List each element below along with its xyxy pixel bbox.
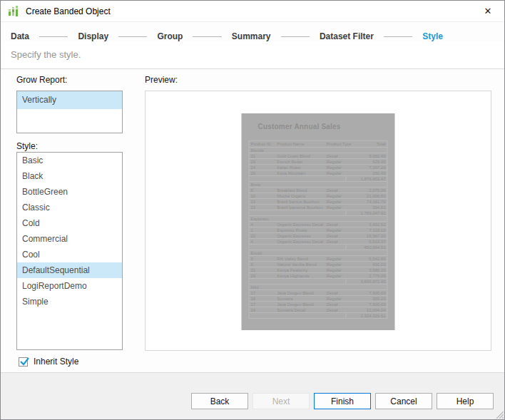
step-connector xyxy=(384,36,412,37)
wizard-step-dataset-filter[interactable]: Dataset Filter xyxy=(320,31,374,41)
preview-cell: 2,075.06 xyxy=(362,188,387,193)
preview-cell: Sumatra Decaf xyxy=(275,307,325,312)
preview-data-row: 17Java Oregon BlendDecaf7,605.69 xyxy=(250,301,387,307)
preview-data-row: 24Italian RoastRegular7,267.26 xyxy=(250,164,387,170)
next-button: Next xyxy=(252,393,310,409)
list-item-vertically[interactable]: Vertically xyxy=(17,91,122,109)
preview-cell: 250.49 xyxy=(362,170,387,175)
preview-cell: 13 xyxy=(250,205,276,210)
wizard-step-display[interactable]: Display xyxy=(78,31,108,41)
list-item-commercial[interactable]: Commercial xyxy=(17,231,122,247)
preview-data-row: 17Java Oregon BlendDecaf7,605.69 xyxy=(250,290,387,295)
preview-cell: 18 xyxy=(250,296,276,301)
preview-cell: 6 xyxy=(250,262,276,267)
preview-cell: Mocha Organic xyxy=(275,193,325,198)
list-item-bottlegreen[interactable]: BottleGreen xyxy=(17,184,122,200)
help-button[interactable]: Help xyxy=(437,393,494,409)
wizard-step-data[interactable]: Data xyxy=(11,31,29,41)
preview-cell: 4 xyxy=(250,222,276,227)
preview-cell: Regular xyxy=(325,256,362,261)
preview-label: Preview: xyxy=(145,75,178,85)
list-item-simple[interactable]: Simple xyxy=(17,294,122,309)
preview-cell: Kenya Peaberry xyxy=(275,267,325,272)
preview-cell: Espresso Roast xyxy=(275,227,325,232)
preview-cell: Organic Espresso xyxy=(275,233,325,238)
list-item-defaultsequential[interactable]: DefaultSequential xyxy=(17,262,122,278)
create-banded-object-dialog: Create Banded Object ✕ DataDisplayGroupS… xyxy=(0,0,505,420)
list-item-classic[interactable]: Classic xyxy=(17,200,122,215)
close-icon[interactable]: ✕ xyxy=(471,1,504,21)
cancel-button[interactable]: Cancel xyxy=(375,393,432,409)
preview-cell: Regular xyxy=(325,199,362,204)
preview-cell: 525.95 xyxy=(362,159,387,164)
preview-cell: 8 xyxy=(250,188,276,193)
preview-cell: 3,492.52 xyxy=(362,222,387,227)
preview-data-row: 14Sumatra DecafDecaf12,004.04 xyxy=(250,307,387,312)
list-item-black[interactable]: Black xyxy=(17,168,122,184)
list-item-logireportdemo[interactable]: LogiReportDemo xyxy=(17,278,122,294)
preview-cell: 1,876,953.47 xyxy=(346,176,387,181)
preview-cell: Regular xyxy=(325,262,362,267)
preview-cell: Brazil Santos Bourbon xyxy=(275,199,325,204)
preview-cell: Breakfast Blend xyxy=(275,188,325,193)
list-item-cool[interactable]: Cool xyxy=(17,247,122,262)
preview-cell: 450,664.61 xyxy=(346,245,387,250)
preview-cell: Regular xyxy=(325,227,362,232)
preview-data-row: 18SumatraRegular355.20 xyxy=(250,295,387,301)
preview-cell: Gold Coast Blend xyxy=(275,153,325,158)
preview-cell: Mild xyxy=(250,285,387,290)
step-connector xyxy=(39,36,68,37)
preview-cell: 12,004.04 xyxy=(362,307,387,312)
back-button[interactable]: Back xyxy=(191,393,248,409)
preview-header-row: Product IDProduct NameProduct TypeTotal xyxy=(250,141,387,147)
step-connector xyxy=(281,36,310,37)
preview-subtotal-row: 3,696,971.45 xyxy=(250,278,387,284)
preview-data-row: 26Kona MountainRegular250.49 xyxy=(250,170,387,175)
preview-panel: Customer Annual Sales Product IDProduct … xyxy=(145,91,491,351)
preview-cell: Decaf xyxy=(325,222,362,227)
resize-grip[interactable] xyxy=(494,409,504,419)
preview-cell: 355.20 xyxy=(362,296,387,301)
preview-cell: Decaf xyxy=(325,188,362,193)
preview-cell: Regular xyxy=(325,205,362,210)
preview-data-row: 13Brazil Ipanema BourbonRegular394.61 xyxy=(250,204,387,210)
finish-button[interactable]: Finish xyxy=(314,393,371,409)
preview-cell: 10 xyxy=(250,193,276,198)
preview-cell: Java Oregon Blend xyxy=(275,302,325,307)
preview-cell: 22 xyxy=(250,233,276,238)
preview-cell: 17 xyxy=(250,302,276,307)
preview-data-row: 22Organic EspressoDecaf16,967.30 xyxy=(250,232,387,238)
preview-cell: Decaf xyxy=(325,239,362,244)
preview-cell: Brew xyxy=(250,182,387,187)
preview-group-row: Blends xyxy=(250,147,387,153)
preview-cell: 21,006.80 xyxy=(362,193,387,198)
wizard-step-group[interactable]: Group xyxy=(157,31,183,41)
preview-cell: 23 xyxy=(250,159,276,164)
preview-cell: 3,585.36 xyxy=(362,267,387,272)
list-item-basic[interactable]: Basic xyxy=(17,153,122,168)
list-item-cold[interactable]: Cold xyxy=(17,215,122,231)
style-list[interactable]: BasicBlackBottleGreenClassicColdCommerci… xyxy=(16,152,123,350)
footer-buttons: BackNextFinishCancelHelp xyxy=(191,393,494,409)
wizard-step-style[interactable]: Style xyxy=(422,31,443,41)
preview-cell: 7,605.69 xyxy=(362,290,387,295)
preview-subtotal-row: 1,789,047.91 xyxy=(250,210,387,215)
preview-cell: Brazil Ipanema Bourbon xyxy=(275,205,325,210)
inherit-style-row[interactable]: Inherit Style xyxy=(19,357,78,367)
preview-cell: 21 xyxy=(250,267,276,272)
preview-data-row: 21Kenya PeaberryRegular3,585.36 xyxy=(250,267,387,272)
preview-cell: Exotic xyxy=(250,250,387,255)
wizard-step-summary[interactable]: Summary xyxy=(232,31,271,41)
preview-data-row: 8Breakfast BlendDecaf2,075.06 xyxy=(250,187,387,193)
preview-cell: Italian Roast xyxy=(275,165,325,170)
inherit-style-checkbox[interactable] xyxy=(19,357,28,367)
preview-data-row: 1Espresso RoastRegular7,110.10 xyxy=(250,227,387,232)
preview-cell: Regular xyxy=(325,170,362,175)
preview-data-row: 13Brazil Santos BourbonRegular74,161.70 xyxy=(250,198,387,204)
preview-cell: 26 xyxy=(250,170,276,175)
preview-report-table: Product IDProduct NameProduct TypeTotalB… xyxy=(249,140,388,319)
grow-report-list[interactable]: Vertically xyxy=(16,91,123,133)
preview-cell: French Roast xyxy=(275,159,325,164)
grow-report-label: Grow Report: xyxy=(16,75,67,85)
preview-cell: Product ID xyxy=(250,141,276,147)
